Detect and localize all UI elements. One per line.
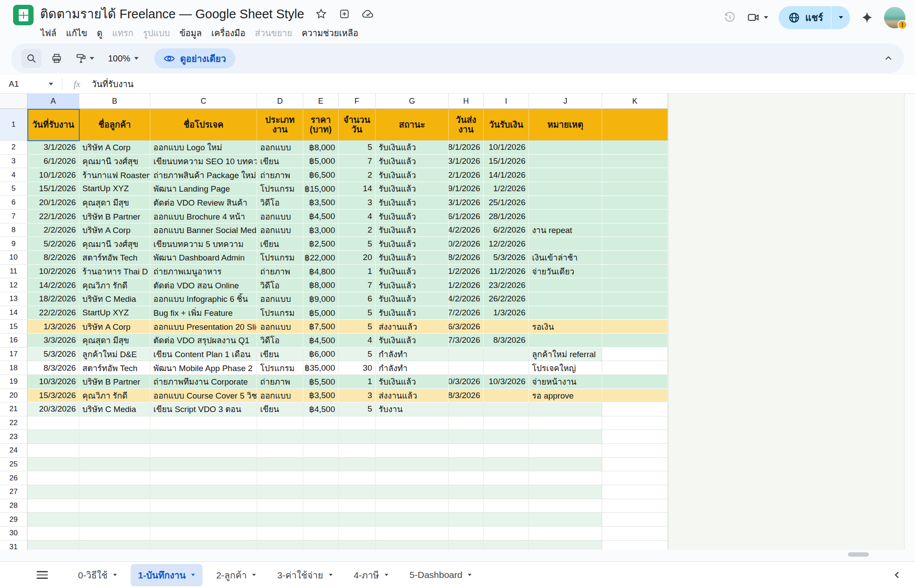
cell-H3[interactable]: 13/1/2026 <box>449 155 484 169</box>
row-header-17[interactable]: 17 <box>0 348 27 362</box>
star-icon[interactable] <box>315 7 328 20</box>
cell-J3[interactable] <box>529 155 602 169</box>
cell-G10[interactable]: รับเงินแล้ว <box>376 251 449 265</box>
row-header-6[interactable]: 6 <box>0 196 27 210</box>
cell-B22[interactable] <box>79 416 150 430</box>
cell-A25[interactable] <box>27 458 79 472</box>
cell-H9[interactable]: 10/2/2026 <box>449 237 484 251</box>
cell-D28[interactable] <box>257 499 303 513</box>
cell-B23[interactable] <box>79 430 150 444</box>
cell-F4[interactable]: 2 <box>339 168 376 182</box>
cell-I20[interactable] <box>484 389 529 403</box>
cell-F24[interactable] <box>339 444 376 458</box>
cell-E18[interactable]: ฿35,000 <box>303 361 339 375</box>
cell-F16[interactable]: 4 <box>339 334 376 348</box>
header-cell-A[interactable]: วันที่รับงาน <box>27 109 79 141</box>
cell-J24[interactable] <box>529 444 602 458</box>
cell-C21[interactable]: เขียน Script VDO 3 ตอน <box>150 402 257 416</box>
cell-E14[interactable]: ฿5,000 <box>303 306 339 320</box>
menu-ส่วนขยาย[interactable]: ส่วนขยาย <box>250 24 297 42</box>
cell-E17[interactable]: ฿6,000 <box>303 348 339 362</box>
cell-H29[interactable] <box>449 513 484 527</box>
cell-E21[interactable]: ฿4,500 <box>303 402 339 416</box>
avatar[interactable]: ! <box>884 7 905 28</box>
cell-K7[interactable] <box>602 210 668 223</box>
cell-K13[interactable] <box>602 292 668 306</box>
row-header-5[interactable]: 5 <box>0 182 27 196</box>
cell-B3[interactable]: คุณมานี วงศ์สุข <box>79 155 150 169</box>
row-header-23[interactable]: 23 <box>0 430 27 444</box>
cell-H30[interactable] <box>449 527 484 541</box>
collapse-panel-button[interactable] <box>891 569 903 581</box>
cell-K26[interactable] <box>602 471 668 485</box>
all-sheets-menu-icon[interactable] <box>37 571 48 579</box>
cell-A18[interactable]: 8/3/2026 <box>27 361 79 375</box>
cell-J17[interactable]: ลูกค้าใหม่ referral <box>529 348 602 362</box>
row-header-29[interactable]: 29 <box>0 513 27 527</box>
cell-E31[interactable] <box>303 541 339 550</box>
cell-A5[interactable]: 15/1/2026 <box>27 182 79 196</box>
cell-E10[interactable]: ฿22,000 <box>303 251 339 265</box>
cell-F26[interactable] <box>339 471 376 485</box>
cell-A20[interactable]: 15/3/2026 <box>27 389 79 403</box>
cell-G22[interactable] <box>376 416 449 430</box>
document-title[interactable]: ติดตามรายได้ Freelance — Google Sheet St… <box>40 4 304 24</box>
print-button[interactable] <box>47 49 66 68</box>
cell-A12[interactable]: 14/2/2026 <box>27 278 79 292</box>
cell-K10[interactable] <box>602 251 668 265</box>
cell-G2[interactable]: รับเงินแล้ว <box>376 141 449 155</box>
cell-F9[interactable]: 5 <box>339 237 376 251</box>
cell-J23[interactable] <box>529 430 602 444</box>
cell-B28[interactable] <box>79 499 150 513</box>
cell-F12[interactable]: 7 <box>339 278 376 292</box>
column-header-D[interactable]: D <box>257 94 303 108</box>
cell-I16[interactable]: 8/3/2026 <box>484 334 529 348</box>
cell-E5[interactable]: ฿15,000 <box>303 182 339 196</box>
cell-E3[interactable]: ฿5,000 <box>303 155 339 169</box>
cell-F17[interactable]: 5 <box>339 348 376 362</box>
cell-E7[interactable]: ฿4,500 <box>303 210 339 223</box>
cell-C7[interactable]: ออกแบบ Brochure 4 หน้า <box>150 210 257 223</box>
cell-K6[interactable] <box>602 196 668 210</box>
share-dropdown[interactable] <box>831 6 850 29</box>
cell-C13[interactable]: ออกแบบ Infographic 6 ชิ้น <box>150 292 257 306</box>
cell-D29[interactable] <box>257 513 303 527</box>
select-all-corner[interactable] <box>0 94 27 108</box>
menu-แทรก[interactable]: แทรก <box>107 24 138 42</box>
cell-E24[interactable] <box>303 444 339 458</box>
cell-G15[interactable]: ส่งงานแล้ว <box>376 320 449 334</box>
cell-A19[interactable]: 10/3/2026 <box>27 375 79 389</box>
cell-K25[interactable] <box>602 458 668 472</box>
cell-E2[interactable]: ฿8,000 <box>303 141 339 155</box>
cell-G13[interactable]: รับเงินแล้ว <box>376 292 449 306</box>
cell-K29[interactable] <box>602 513 668 527</box>
cell-K20[interactable] <box>602 389 668 403</box>
cell-H14[interactable]: 27/2/2026 <box>449 306 484 320</box>
cell-D20[interactable]: ออกแบบ <box>257 389 303 403</box>
cell-C22[interactable] <box>150 416 257 430</box>
cell-E16[interactable]: ฿4,500 <box>303 334 339 348</box>
cell-K8[interactable] <box>602 223 668 237</box>
cell-B29[interactable] <box>79 513 150 527</box>
cell-G25[interactable] <box>376 458 449 472</box>
cell-J27[interactable] <box>529 485 602 499</box>
cell-H15[interactable]: 6/3/2026 <box>449 320 484 334</box>
cell-C23[interactable] <box>150 430 257 444</box>
cell-E4[interactable]: ฿6,500 <box>303 168 339 182</box>
cell-C19[interactable]: ถ่ายภาพทีมงาน Corporate <box>150 375 257 389</box>
cell-F7[interactable]: 4 <box>339 210 376 223</box>
view-only-chip[interactable]: ดูอย่างเดียว <box>154 48 235 68</box>
cell-G21[interactable]: รับงาน <box>376 402 449 416</box>
cell-I9[interactable]: 12/2/2026 <box>484 237 529 251</box>
cell-A24[interactable] <box>27 444 79 458</box>
cell-J10[interactable]: เงินเข้าล่าช้า <box>529 251 602 265</box>
cell-K31[interactable] <box>602 541 668 550</box>
cell-J13[interactable] <box>529 292 602 306</box>
row-header-27[interactable]: 27 <box>0 485 27 499</box>
cell-E6[interactable]: ฿3,500 <box>303 196 339 210</box>
cell-F13[interactable]: 6 <box>339 292 376 306</box>
cell-G12[interactable]: รับเงินแล้ว <box>376 278 449 292</box>
cell-C26[interactable] <box>150 471 257 485</box>
cell-C18[interactable]: พัฒนา Mobile App Phase 2 <box>150 361 257 375</box>
cell-B6[interactable]: คุณสุดา มีสุข <box>79 196 150 210</box>
